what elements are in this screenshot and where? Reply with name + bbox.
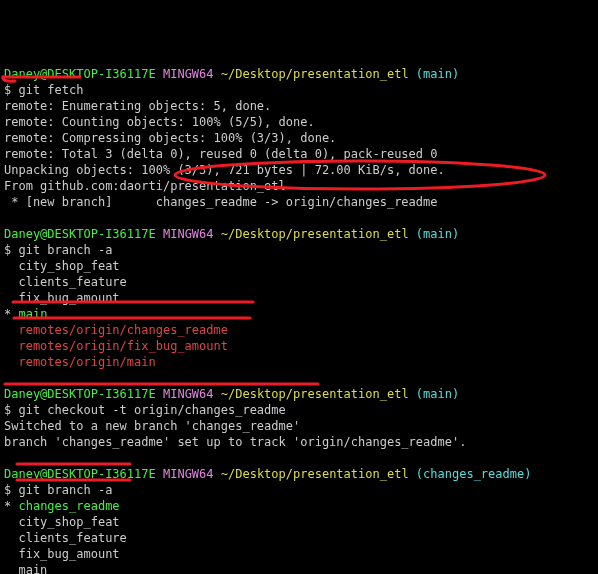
branch-item: clients_feature <box>4 531 127 545</box>
output-line: Unpacking objects: 100% (3/3), 721 bytes… <box>4 163 445 177</box>
terminal[interactable]: Daney@DESKTOP-I36117E MINGW64 ~/Desktop/… <box>0 48 598 574</box>
prompt-sys: MINGW64 <box>163 387 214 401</box>
prompt-branch: (changes_readme) <box>416 467 532 481</box>
branch-item: main <box>4 563 47 574</box>
prompt-path: ~/Desktop/presentation_etl <box>221 67 409 81</box>
prompt-user: Daney@DESKTOP-I36117E <box>4 67 156 81</box>
output-line: remote: Counting objects: 100% (5/5), do… <box>4 115 315 129</box>
prompt-sys: MINGW64 <box>163 227 214 241</box>
prompt-user: Daney@DESKTOP-I36117E <box>4 467 156 481</box>
branch-item: city_shop_feat <box>4 515 120 529</box>
branch-current: main <box>18 307 47 321</box>
branch-current: changes_readme <box>18 499 119 513</box>
prompt-path: ~/Desktop/presentation_etl <box>221 387 409 401</box>
branch-remote: remotes/origin/fix_bug_amount <box>4 339 228 353</box>
branch-item: fix_bug_amount <box>4 291 120 305</box>
prompt-branch: (main) <box>416 67 459 81</box>
prompt-path: ~/Desktop/presentation_etl <box>221 227 409 241</box>
prompt-user: Daney@DESKTOP-I36117E <box>4 227 156 241</box>
branch-current-marker: * <box>4 499 18 513</box>
prompt-sys: MINGW64 <box>163 467 214 481</box>
prompt-branch: (main) <box>416 227 459 241</box>
branch-item: fix_bug_amount <box>4 547 120 561</box>
branch-remote: remotes/origin/changes_readme <box>4 323 228 337</box>
prompt-user: Daney@DESKTOP-I36117E <box>4 387 156 401</box>
branch-item: clients_feature <box>4 275 127 289</box>
prompt-sys: MINGW64 <box>163 67 214 81</box>
output-line: * [new branch] changes_readme -> origin/… <box>4 195 437 209</box>
output-line: remote: Enumerating objects: 5, done. <box>4 99 271 113</box>
output-line: remote: Total 3 (delta 0), reused 0 (del… <box>4 147 437 161</box>
prompt-path: ~/Desktop/presentation_etl <box>221 467 409 481</box>
cmd-git-branch: $ git branch -a <box>4 243 112 257</box>
prompt-branch: (main) <box>416 387 459 401</box>
cmd-git-fetch: $ git fetch <box>4 83 83 97</box>
output-line: branch 'changes_readme' set up to track … <box>4 435 466 449</box>
cmd-git-branch: $ git branch -a <box>4 483 112 497</box>
output-line: From github.com:daorti/presentation_etl <box>4 179 286 193</box>
branch-current-marker: * <box>4 307 18 321</box>
cmd-git-checkout: $ git checkout -t origin/changes_readme <box>4 403 286 417</box>
branch-remote: remotes/origin/main <box>4 355 156 369</box>
output-line: remote: Compressing objects: 100% (3/3),… <box>4 131 336 145</box>
output-line: Switched to a new branch 'changes_readme… <box>4 419 300 433</box>
branch-item: city_shop_feat <box>4 259 120 273</box>
